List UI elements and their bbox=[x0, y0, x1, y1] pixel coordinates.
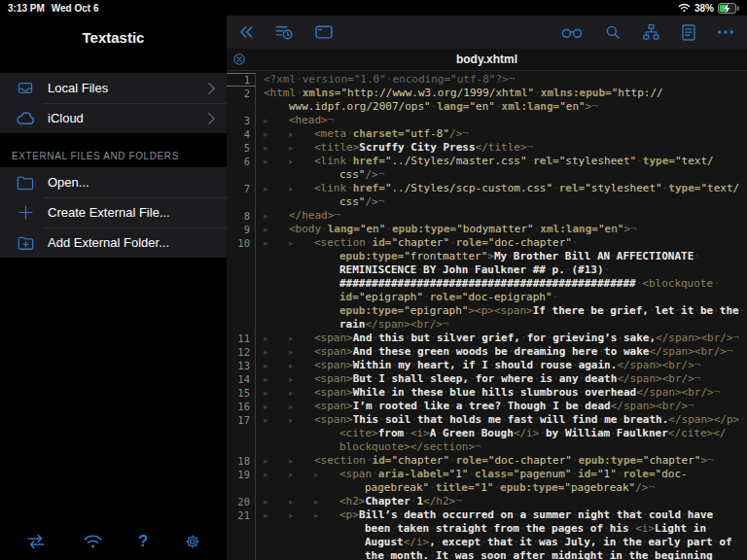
code-line[interactable]: <cite>from·<i>A·Green·Bough</i>·by·Willi… bbox=[227, 427, 747, 440]
code-line[interactable]: 11▸▸<span>And·this·but·silver·grief,·for… bbox=[227, 332, 747, 345]
code-line[interactable]: epub:type="epigraph"><p><span>If·there·b… bbox=[227, 304, 747, 318]
sidebar-item-label: Create External File... bbox=[48, 205, 227, 220]
help-icon[interactable]: ? bbox=[138, 534, 148, 549]
terminal-window-icon[interactable] bbox=[314, 24, 334, 40]
line-number bbox=[227, 250, 256, 263]
code-line[interactable]: 21▸▸▸<p>Bill’s·death·occurred·on·a·summe… bbox=[227, 508, 747, 522]
status-time: 3:13 PM bbox=[8, 3, 45, 14]
search-icon[interactable] bbox=[604, 23, 622, 41]
folder-plus-icon bbox=[14, 235, 37, 251]
battery-charging-icon bbox=[718, 3, 739, 14]
sidebar-item-local-files[interactable]: Local Files bbox=[0, 73, 227, 103]
chevron-right-icon bbox=[207, 112, 216, 125]
preview-glasses-icon[interactable] bbox=[560, 25, 584, 40]
settings-gear-icon[interactable] bbox=[184, 533, 201, 550]
tab-bar: body.xhtml bbox=[227, 49, 747, 71]
line-number bbox=[227, 427, 256, 440]
line-number bbox=[227, 536, 256, 549]
line-number: 18 bbox=[227, 454, 256, 468]
transfer-arrows-icon[interactable] bbox=[25, 534, 47, 549]
code-line[interactable]: 15▸▸<span>While·in·these·blue·hills·slum… bbox=[227, 386, 747, 400]
code-line[interactable]: css"/>¬ bbox=[227, 168, 747, 182]
line-number: 7 bbox=[227, 182, 256, 195]
line-number bbox=[227, 481, 256, 495]
line-number: 11 bbox=[227, 332, 256, 345]
code-line[interactable]: 19▸▸▸<span·aria-label="1"·class="pagenum… bbox=[227, 468, 747, 481]
line-number: 21 bbox=[227, 508, 256, 522]
sidebar-item-label: Local Files bbox=[48, 81, 207, 95]
line-number: 3 bbox=[227, 114, 256, 127]
code-line[interactable]: ########################################… bbox=[227, 277, 747, 291]
code-line[interactable]: 13▸▸<span>Within·my·heart,·if·I·should·r… bbox=[227, 359, 747, 372]
sidebar-item-open[interactable]: Open... bbox=[0, 167, 227, 197]
battery-percent: 38% bbox=[694, 3, 714, 14]
status-bar: 3:13 PM Wed Oct 6 38% bbox=[0, 0, 747, 16]
file-properties-icon[interactable] bbox=[681, 23, 696, 42]
sidebar-item-icloud[interactable]: iCloud bbox=[0, 103, 227, 133]
recent-files-icon[interactable] bbox=[274, 23, 294, 41]
collapse-sidebar-icon[interactable] bbox=[239, 24, 254, 40]
code-line[interactable]: 10▸▸<section·id="chapter"·role="doc-chap… bbox=[227, 236, 747, 250]
code-line[interactable]: 9▸<body·lang="en"·epub:type="bodymatter"… bbox=[227, 223, 747, 236]
code-line[interactable]: the·month.·It·was·soon·after·midnight·in… bbox=[227, 549, 747, 560]
sidebar-item-create-external-file[interactable]: Create External File... bbox=[0, 197, 227, 228]
sidebar: Textastic Local Files bbox=[0, 16, 227, 560]
line-number bbox=[227, 549, 256, 560]
code-line[interactable]: epub:type="frontmatter">My·Brother·Bill·… bbox=[227, 250, 747, 263]
close-file-icon[interactable] bbox=[232, 52, 246, 66]
code-line[interactable]: www.idpf.org/2007/ops"·lang="en"·xml:lan… bbox=[227, 100, 747, 114]
editor-toolbar bbox=[227, 16, 747, 49]
wifi-status-icon bbox=[678, 3, 691, 13]
code-line[interactable]: css"/>¬ bbox=[227, 195, 747, 209]
sidebar-item-add-external-folder[interactable]: Add External Folder... bbox=[0, 228, 227, 258]
code-line[interactable]: REMINISCENCE·BY·John·Faulkner·##·p.·(#13… bbox=[227, 263, 747, 277]
code-line[interactable]: 12▸▸<span>And·these·green·woods·be·dream… bbox=[227, 345, 747, 359]
code-line[interactable]: blockquote></section>¬ bbox=[227, 440, 747, 454]
sidebar-bottom-toolbar: ? bbox=[0, 523, 227, 560]
tray-icon bbox=[14, 80, 37, 96]
line-number: 1 bbox=[227, 73, 256, 87]
line-number: 14 bbox=[227, 372, 256, 386]
code-line[interactable]: 14▸▸<span>But·I·shall·sleep,·for·where·i… bbox=[227, 372, 747, 386]
file-sources-group: Local Files iCloud bbox=[0, 73, 227, 133]
wifi-transfer-icon[interactable] bbox=[83, 534, 103, 549]
code-line[interactable]: 16▸▸<span>I’m·rooted·like·a·tree?·Though… bbox=[227, 400, 747, 413]
code-line[interactable]: 6▸▸<link·href="../Styles/master.css"·rel… bbox=[227, 155, 747, 168]
code-line[interactable]: pagebreak"·title="1"·epub:type="pagebrea… bbox=[227, 481, 747, 495]
more-options-icon[interactable] bbox=[717, 29, 734, 35]
code-line[interactable]: 5▸▸<title>Scruffy·City·Press</title>¬ bbox=[227, 141, 747, 155]
code-line[interactable]: been·taken·straight·from·the·pages·of·hi… bbox=[227, 522, 747, 536]
symbol-navigator-icon[interactable] bbox=[642, 23, 660, 41]
line-number bbox=[227, 195, 256, 209]
code-line[interactable]: 8▸</head>¬ bbox=[227, 209, 747, 223]
line-number: 20 bbox=[227, 495, 256, 508]
code-line[interactable]: 20▸▸▸<h2>Chapter·1</h2>¬ bbox=[227, 495, 747, 508]
open-file-title: body.xhtml bbox=[227, 52, 747, 66]
line-number: 9 bbox=[227, 223, 256, 236]
code-line[interactable]: 18▸▸<section·id="chapter"·role="doc-chap… bbox=[227, 454, 747, 468]
cloud-icon bbox=[14, 111, 37, 125]
line-number bbox=[227, 100, 256, 114]
plus-icon bbox=[14, 204, 37, 221]
code-line[interactable]: 3▸<head>¬ bbox=[227, 114, 747, 127]
code-area[interactable]: 1<?xml·version="1.0"·encoding="utf-8"?>¬… bbox=[227, 71, 747, 560]
code-line[interactable]: 7▸▸<link·href="../Styles/scp-custom.css"… bbox=[227, 182, 747, 195]
line-number: 2 bbox=[227, 87, 256, 100]
line-number bbox=[227, 522, 256, 536]
line-number: 6 bbox=[227, 155, 256, 168]
line-number bbox=[227, 263, 256, 277]
sidebar-item-label: iCloud bbox=[48, 111, 207, 125]
external-files-group: Open... Create External File... Add Exte… bbox=[0, 167, 227, 258]
line-number: 8 bbox=[227, 209, 256, 223]
code-line[interactable]: August</i>,·except·that·it·was·July,·in·… bbox=[227, 536, 747, 549]
line-number: 13 bbox=[227, 359, 256, 372]
code-line[interactable]: 4▸▸<meta·charset="utf-8"/>¬ bbox=[227, 127, 747, 141]
code-line[interactable]: rain</span><br/>¬ bbox=[227, 318, 747, 332]
code-line[interactable]: id="epigraph"·role="doc-epigraph"· bbox=[227, 291, 747, 304]
sidebar-item-label: Open... bbox=[48, 175, 227, 190]
code-line[interactable]: 17▸▸<span>This·soil·that·holds·me·fast·w… bbox=[227, 413, 747, 427]
line-number: 17 bbox=[227, 413, 256, 427]
code-line[interactable]: 2<html·xmlns="http://www.w3.org/1999/xht… bbox=[227, 87, 747, 100]
line-number: 16 bbox=[227, 400, 256, 413]
code-line[interactable]: 1<?xml·version="1.0"·encoding="utf-8"?>¬ bbox=[227, 73, 747, 87]
